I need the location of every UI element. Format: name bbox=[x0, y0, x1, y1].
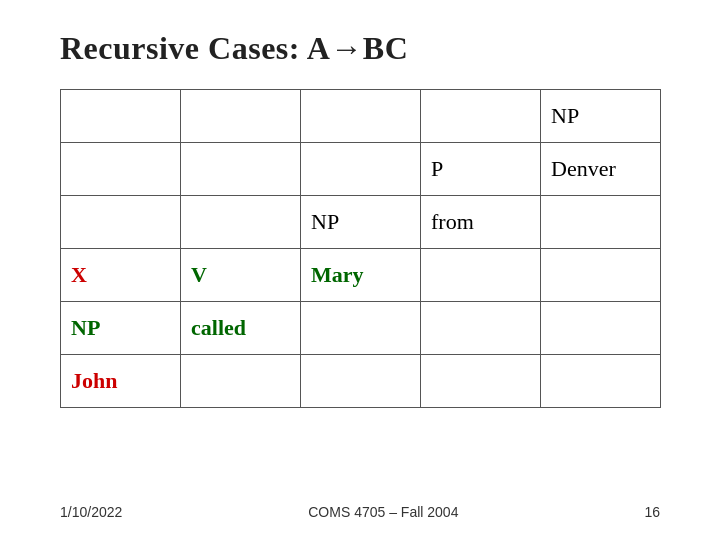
footer-page: 16 bbox=[644, 504, 660, 520]
cell-r4c4 bbox=[421, 249, 541, 302]
cell-r5c3 bbox=[301, 302, 421, 355]
footer-course: COMS 4705 – Fall 2004 bbox=[308, 504, 458, 520]
cell-r3c5 bbox=[541, 196, 661, 249]
cell-r2c4: P bbox=[421, 143, 541, 196]
cell-r1c3 bbox=[301, 90, 421, 143]
table-row: NP called bbox=[61, 302, 661, 355]
cell-r4c3: Mary bbox=[301, 249, 421, 302]
table-wrapper: NP P Denver NP from bbox=[60, 89, 660, 496]
table-row: NP bbox=[61, 90, 661, 143]
page-title: Recursive Cases: A→BC bbox=[60, 30, 660, 67]
cell-r5c5 bbox=[541, 302, 661, 355]
cell-r3c2 bbox=[181, 196, 301, 249]
page: Recursive Cases: A→BC NP P De bbox=[0, 0, 720, 540]
cell-r2c3 bbox=[301, 143, 421, 196]
cell-r5c2: called bbox=[181, 302, 301, 355]
title-suffix: BC bbox=[363, 30, 408, 66]
cell-r6c4 bbox=[421, 355, 541, 408]
cell-r2c5: Denver bbox=[541, 143, 661, 196]
cell-r5c1: NP bbox=[61, 302, 181, 355]
cell-r4c2: V bbox=[181, 249, 301, 302]
footer-date: 1/10/2022 bbox=[60, 504, 122, 520]
table-row: John bbox=[61, 355, 661, 408]
arrow-icon: → bbox=[330, 30, 363, 66]
cell-r1c1 bbox=[61, 90, 181, 143]
table-row: NP from bbox=[61, 196, 661, 249]
cell-r2c2 bbox=[181, 143, 301, 196]
cell-r6c2 bbox=[181, 355, 301, 408]
cell-r3c1 bbox=[61, 196, 181, 249]
table-row: X V Mary bbox=[61, 249, 661, 302]
footer: 1/10/2022 COMS 4705 – Fall 2004 16 bbox=[60, 496, 660, 520]
cell-r3c4: from bbox=[421, 196, 541, 249]
parse-table: NP P Denver NP from bbox=[60, 89, 661, 408]
cell-r6c3 bbox=[301, 355, 421, 408]
cell-r4c5 bbox=[541, 249, 661, 302]
cell-r3c3: NP bbox=[301, 196, 421, 249]
cell-r2c1 bbox=[61, 143, 181, 196]
cell-r6c1: John bbox=[61, 355, 181, 408]
cell-r1c4 bbox=[421, 90, 541, 143]
cell-r4c1: X bbox=[61, 249, 181, 302]
title-text: Recursive Cases: A bbox=[60, 30, 330, 66]
cell-r1c2 bbox=[181, 90, 301, 143]
cell-r5c4 bbox=[421, 302, 541, 355]
cell-r1c5: NP bbox=[541, 90, 661, 143]
table-row: P Denver bbox=[61, 143, 661, 196]
cell-r6c5 bbox=[541, 355, 661, 408]
